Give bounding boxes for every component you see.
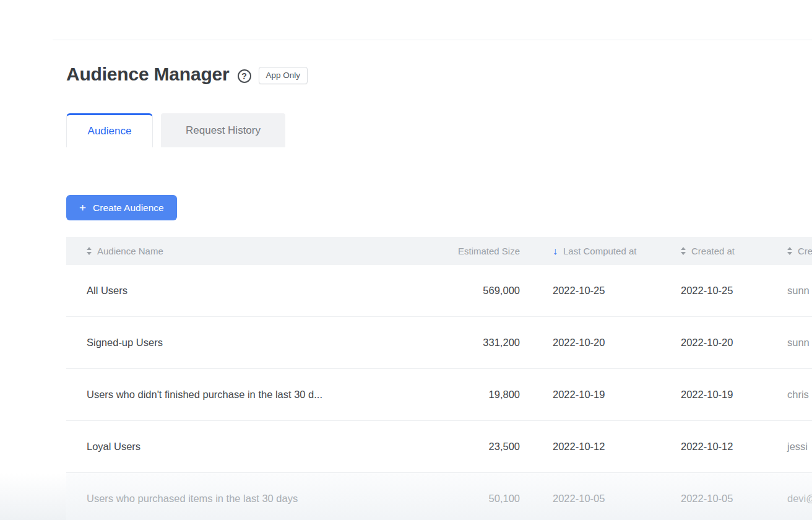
cell-audience-name: Users who purchased items in the last 30… (66, 493, 384, 505)
table-row[interactable]: Signed-up Users 331,200 2022-10-20 2022-… (66, 317, 812, 369)
cell-creator: jessi (774, 441, 812, 453)
cell-created-at: 2022-10-05 (672, 493, 774, 505)
cell-created-at: 2022-10-19 (672, 389, 774, 401)
column-label: Estimated Size (458, 246, 520, 256)
page-title: Audience Manager (66, 61, 230, 88)
page-header: Audience Manager ? App Only (66, 61, 308, 88)
column-label: Last Computed at (563, 246, 636, 256)
tab-request-history-label: Request History (186, 124, 261, 137)
column-header-last-computed[interactable]: ↓ Last Computed at (532, 246, 672, 256)
column-header-estimated-size[interactable]: Estimated Size (384, 246, 532, 256)
column-label: Created at (691, 246, 735, 256)
header-divider (53, 40, 812, 40)
audience-table: Audience Name Estimated Size ↓ Last Comp… (66, 237, 812, 520)
cell-audience-name: Loyal Users (66, 441, 384, 453)
cell-created-at: 2022-10-12 (672, 441, 774, 453)
cell-estimated-size: 331,200 (384, 337, 532, 349)
cell-creator: chris (774, 389, 812, 401)
cell-last-computed: 2022-10-20 (532, 337, 672, 349)
cell-creator: devi@ (774, 493, 812, 505)
table-row[interactable]: Users who didn't finished purchase in th… (66, 369, 812, 421)
sort-updown-icon (787, 247, 792, 255)
cell-created-at: 2022-10-20 (672, 337, 774, 349)
cell-audience-name: Users who didn't finished purchase in th… (66, 389, 384, 401)
column-header-created-at[interactable]: Created at (672, 246, 774, 256)
cell-last-computed: 2022-10-12 (532, 441, 672, 453)
cell-audience-name: All Users (66, 285, 384, 297)
column-label: Audience Name (97, 246, 163, 256)
cell-estimated-size: 569,000 (384, 285, 532, 297)
create-audience-label: Create Audience (93, 202, 164, 214)
table-header-row: Audience Name Estimated Size ↓ Last Comp… (66, 237, 812, 265)
column-label: Cre (798, 246, 812, 256)
cell-creator: sunn (774, 285, 812, 297)
cell-audience-name: Signed-up Users (66, 337, 384, 349)
cell-estimated-size: 19,800 (384, 389, 532, 401)
tab-audience-label: Audience (88, 125, 132, 137)
sort-updown-icon (681, 247, 686, 255)
help-icon[interactable]: ? (238, 69, 251, 83)
arrow-down-icon: ↓ (553, 246, 558, 256)
table-row[interactable]: All Users 569,000 2022-10-25 2022-10-25 … (66, 265, 812, 317)
tab-bar: Audience Request History (66, 113, 285, 147)
create-audience-button[interactable]: + Create Audience (66, 195, 177, 220)
column-header-audience-name[interactable]: Audience Name (66, 246, 384, 256)
tab-audience[interactable]: Audience (66, 113, 153, 147)
cell-estimated-size: 23,500 (384, 441, 532, 453)
cell-last-computed: 2022-10-19 (532, 389, 672, 401)
table-row[interactable]: Loyal Users 23,500 2022-10-12 2022-10-12… (66, 421, 812, 473)
app-only-badge: App Only (259, 67, 308, 84)
tab-request-history[interactable]: Request History (161, 113, 285, 147)
cell-creator: sunn (774, 337, 812, 349)
sort-updown-icon (87, 247, 92, 255)
cell-estimated-size: 50,100 (384, 493, 532, 505)
cell-created-at: 2022-10-25 (672, 285, 774, 297)
column-header-creator[interactable]: Cre (774, 246, 812, 256)
plus-icon: + (79, 202, 86, 214)
cell-last-computed: 2022-10-05 (532, 493, 672, 505)
table-row[interactable]: Users who purchased items in the last 30… (66, 473, 812, 520)
cell-last-computed: 2022-10-25 (532, 285, 672, 297)
